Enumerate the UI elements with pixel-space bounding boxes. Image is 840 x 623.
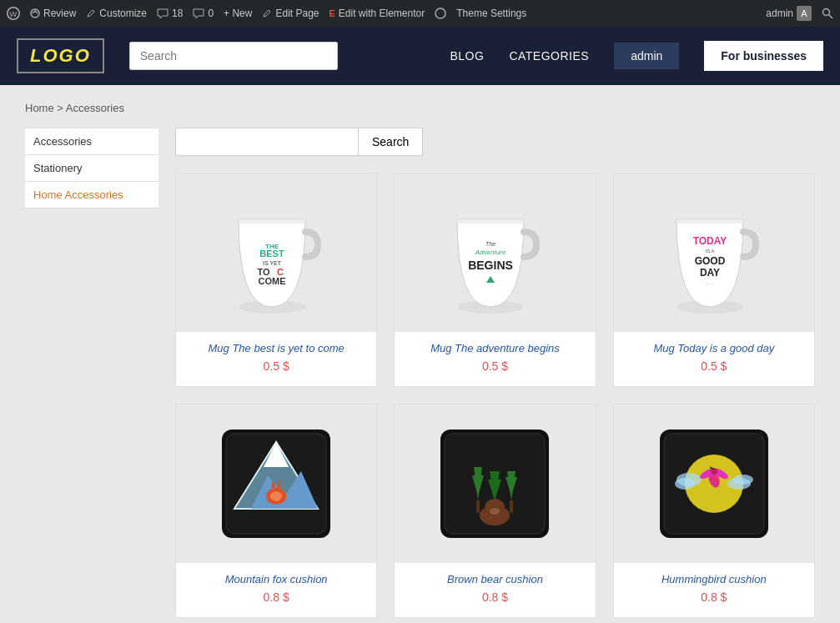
wp-icon-small	[435, 8, 446, 19]
product-card-cushion3[interactable]: Hummingbird cushion 0.8 $	[613, 404, 815, 618]
product-price-mug3: 0.5 $	[614, 359, 814, 373]
breadcrumb-separator: >	[57, 102, 63, 114]
product-card-mug2[interactable]: The Adventure BEGINS Mug The adventure b…	[394, 173, 596, 387]
product-image-mug1: THE BEST IS YET TO C COME	[176, 173, 376, 332]
sidebar-item-stationery[interactable]: Stationery	[25, 155, 158, 182]
svg-point-59	[733, 475, 753, 485]
product-title-mug2: Mug The adventure begins	[395, 342, 595, 354]
edit-page-link[interactable]: Edit Page	[262, 8, 319, 19]
svg-line-5	[829, 15, 833, 19]
product-title-cushion1: Mountain fox cushion	[176, 573, 376, 585]
product-price-mug1: 0.5 $	[176, 359, 376, 373]
svg-text:COME: COME	[259, 276, 286, 286]
product-price-cushion2: 0.8 $	[395, 590, 595, 604]
svg-rect-15	[457, 219, 524, 224]
sidebar-item-home-accessories[interactable]: Home Accessories	[25, 182, 158, 209]
product-title-cushion3: Hummingbird cushion	[614, 573, 814, 585]
svg-point-3	[435, 8, 445, 18]
logo[interactable]: LOGO	[17, 38, 104, 73]
admin-bar: W Review Customize 18 0 + New Edit Page …	[0, 0, 840, 27]
product-card-mug1[interactable]: THE BEST IS YET TO C COME Mug The best i…	[175, 173, 377, 387]
sidebar-item-accessories[interactable]: Accessories	[25, 128, 158, 155]
theme-settings-link[interactable]: Theme Settings	[456, 8, 526, 19]
svg-text:GOOD: GOOD	[694, 255, 725, 267]
admin-user[interactable]: admin A	[766, 6, 812, 21]
blog-link[interactable]: BLOG	[450, 49, 484, 63]
product-title-mug1: Mug The best is yet to come	[176, 342, 376, 354]
sidebar: Accessories Stationery Home Accessories	[25, 128, 158, 618]
svg-text:· · ·: · · ·	[706, 281, 714, 287]
content-area: Accessories Stationery Home Accessories …	[25, 128, 815, 618]
svg-rect-21	[677, 219, 743, 224]
admin-search-icon[interactable]	[822, 8, 833, 19]
product-area: Search THE BEST IS YET TO	[175, 128, 815, 618]
svg-point-4	[823, 9, 830, 16]
product-title-cushion2: Brown bear cushion	[395, 573, 595, 585]
product-card-cushion2[interactable]: Brown bear cushion 0.8 $	[394, 404, 596, 618]
categories-link[interactable]: CATEGORIES	[509, 49, 589, 63]
svg-point-50	[487, 501, 494, 508]
breadcrumb-home[interactable]: Home	[25, 102, 54, 114]
review-link[interactable]: Review	[30, 8, 76, 19]
product-title-mug3: Mug Today is a good day	[614, 342, 814, 354]
svg-text:IS A: IS A	[705, 249, 714, 254]
comments-count[interactable]: 18	[157, 8, 183, 19]
product-image-cushion3	[614, 404, 814, 563]
product-price-cushion3: 0.8 $	[614, 590, 814, 604]
svg-point-36	[270, 491, 282, 501]
svg-text:BEGINS: BEGINS	[469, 259, 514, 272]
product-image-mug2: The Adventure BEGINS	[395, 173, 595, 332]
svg-rect-41	[476, 500, 480, 513]
customize-link[interactable]: Customize	[86, 8, 147, 19]
product-price-mug2: 0.5 $	[395, 359, 595, 373]
svg-text:DAY: DAY	[700, 267, 720, 279]
svg-rect-47	[510, 500, 513, 513]
svg-text:IS YET: IS YET	[263, 260, 282, 266]
svg-rect-7	[239, 219, 305, 224]
product-image-cushion1	[176, 404, 376, 563]
admin-button[interactable]: admin	[614, 43, 679, 69]
product-search-bar: Search	[175, 128, 815, 156]
breadcrumb: Home > Accessories	[25, 102, 815, 114]
svg-point-52	[490, 508, 500, 515]
breadcrumb-current: Accessories	[66, 102, 124, 114]
product-price-cushion1: 0.8 $	[176, 590, 376, 604]
product-grid: THE BEST IS YET TO C COME Mug The best i…	[175, 173, 815, 618]
navbar-search[interactable]	[129, 42, 338, 70]
bubble-count[interactable]: 0	[193, 8, 214, 19]
nav-links: BLOG CATEGORIES admin For businesses	[450, 41, 823, 71]
product-card-cushion1[interactable]: Mountain fox cushion 0.8 $	[175, 404, 377, 618]
svg-text:TODAY: TODAY	[692, 235, 727, 247]
svg-text:Adventure: Adventure	[475, 249, 506, 256]
svg-text:BEST: BEST	[259, 249, 284, 259]
product-card-mug3[interactable]: TODAY IS A GOOD DAY · · · Mug Today is a…	[613, 173, 815, 387]
search-input[interactable]	[130, 43, 337, 69]
svg-point-57	[675, 478, 695, 490]
svg-text:The: The	[485, 241, 495, 247]
main-content: Home > Accessories Accessories Stationer…	[0, 85, 840, 623]
new-post-link[interactable]: + New	[224, 8, 252, 19]
wp-logo[interactable]: W	[7, 7, 20, 20]
svg-text:W: W	[9, 9, 18, 18]
navbar: LOGO BLOG CATEGORIES admin For businesse…	[0, 27, 840, 85]
elementor-link[interactable]: E Edit with Elementor	[329, 8, 425, 19]
product-image-cushion2	[395, 404, 595, 563]
product-search-input[interactable]	[175, 128, 359, 156]
product-search-button[interactable]: Search	[359, 128, 423, 156]
svg-point-51	[495, 501, 502, 508]
product-image-mug3: TODAY IS A GOOD DAY · · ·	[614, 173, 814, 332]
business-button[interactable]: For businesses	[704, 41, 823, 71]
